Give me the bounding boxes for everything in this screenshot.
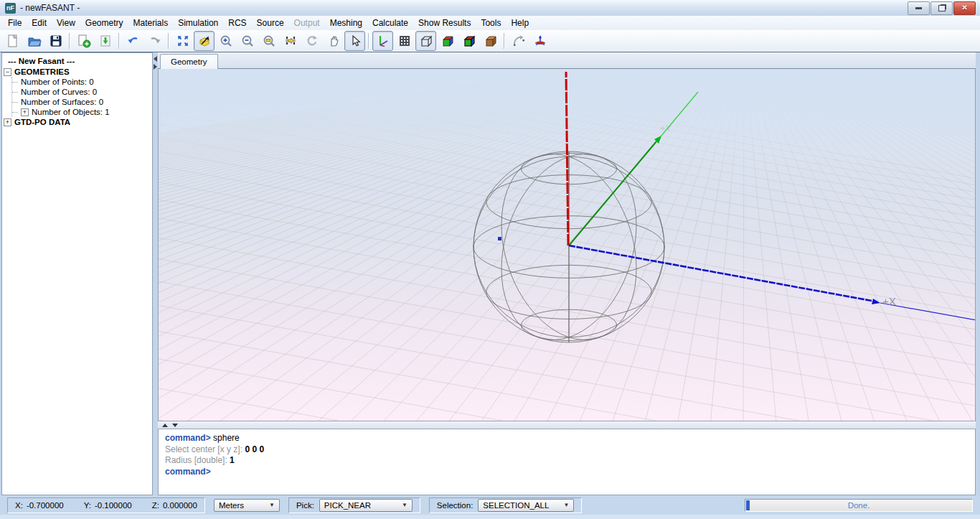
- menu-materials[interactable]: Materials: [128, 17, 174, 29]
- expand-toggle-icon[interactable]: +: [4, 118, 11, 126]
- progress-label: Done.: [848, 501, 870, 510]
- collapse-toggle-icon[interactable]: −: [4, 68, 11, 76]
- zoom-extents-button[interactable]: [194, 31, 215, 51]
- tree-connector: [12, 82, 18, 83]
- textured-view-icon: [484, 34, 498, 48]
- scene-layer: +X +Y: [159, 69, 975, 421]
- main-area: --- New Fasant --- − GEOMETRIES Number o…: [0, 52, 980, 495]
- chevron-down-icon: ▼: [402, 502, 407, 508]
- toolbar-separator: [69, 33, 70, 49]
- pick-select[interactable]: PICK_NEAR▼: [319, 499, 413, 512]
- grid-toggle-button[interactable]: [394, 31, 415, 51]
- axis-x-blue: [569, 246, 872, 301]
- save-button[interactable]: [45, 31, 66, 51]
- coord-z-value: 0.000000: [163, 501, 197, 510]
- expand-toggle-icon[interactable]: +: [21, 108, 29, 116]
- console-prompt-line[interactable]: command>: [165, 467, 969, 478]
- collapse-left-icon[interactable]: [154, 56, 157, 62]
- fit-view-button[interactable]: [172, 31, 193, 51]
- viewport-3d[interactable]: +X +Y: [158, 69, 976, 421]
- menu-tools[interactable]: Tools: [476, 17, 506, 29]
- menu-geometry[interactable]: Geometry: [80, 17, 128, 29]
- collapse-up-icon[interactable]: [162, 424, 168, 427]
- menu-meshing[interactable]: Meshing: [325, 17, 367, 29]
- restore-button[interactable]: [930, 1, 953, 15]
- axis-x-arrowhead: [872, 299, 880, 304]
- console-line: command> sphere: [165, 433, 969, 444]
- solid-view-button[interactable]: [458, 31, 479, 51]
- chevron-down-icon: ▼: [563, 502, 569, 508]
- menu-help[interactable]: Help: [506, 17, 534, 29]
- shaded-view-button[interactable]: [437, 31, 458, 51]
- window-bottom-border: [0, 515, 980, 519]
- menu-simulation[interactable]: Simulation: [173, 17, 223, 29]
- toolbar-separator: [168, 33, 169, 49]
- menu-view[interactable]: View: [52, 17, 80, 29]
- point-marker[interactable]: [498, 237, 501, 240]
- far-field-icon: [533, 34, 547, 48]
- tree-connector: [12, 112, 18, 113]
- zoom-in-button[interactable]: [215, 31, 236, 51]
- rotate-view-button[interactable]: [301, 31, 322, 51]
- menu-calculate[interactable]: Calculate: [367, 17, 413, 29]
- minimize-button[interactable]: [908, 1, 930, 15]
- coord-x-value: -0.700000: [27, 501, 64, 510]
- open-button[interactable]: [24, 31, 44, 51]
- coordinates-panel: X:-0.700000 Y:-0.100000 Z:0.000000: [7, 497, 205, 513]
- shaded-view-icon: [440, 34, 455, 48]
- restore-icon: [938, 5, 946, 11]
- tree-item-geometries[interactable]: − GEOMETRIES: [4, 67, 151, 77]
- redo-icon: [148, 34, 162, 48]
- axis-label-x: +X: [882, 295, 896, 307]
- rotate-object-icon: [512, 34, 526, 48]
- tree-item-gtd-po-data[interactable]: + GTD-PO DATA: [4, 117, 151, 127]
- zoom-out-button[interactable]: [237, 31, 258, 51]
- pan-button[interactable]: [323, 31, 344, 51]
- new-file-button[interactable]: [2, 31, 23, 51]
- wireframe-view-icon: [419, 34, 433, 48]
- units-select[interactable]: Meters▼: [214, 499, 280, 512]
- collapse-down-icon[interactable]: [172, 424, 178, 427]
- close-button[interactable]: ✕: [953, 1, 976, 15]
- import-button[interactable]: [95, 31, 116, 51]
- tree-item-curves[interactable]: Number of Curves: 0: [12, 87, 151, 97]
- vertical-splitter[interactable]: [153, 52, 158, 495]
- menu-bar: File Edit View Geometry Materials Simula…: [0, 16, 980, 30]
- textured-view-button[interactable]: [480, 31, 501, 51]
- tree-item-points[interactable]: Number of Points: 0: [12, 77, 151, 87]
- import-icon: [98, 34, 113, 48]
- axes-toggle-icon: [376, 34, 390, 48]
- undo-button[interactable]: [123, 31, 143, 51]
- tree-item-surfaces[interactable]: Number of Surfaces: 0: [12, 97, 151, 107]
- redo-button[interactable]: [144, 31, 165, 51]
- add-file-icon: [77, 34, 91, 48]
- menu-rcs[interactable]: RCS: [223, 17, 251, 29]
- menu-file[interactable]: File: [3, 17, 27, 29]
- collapse-right-icon[interactable]: [154, 64, 157, 70]
- add-file-button[interactable]: [73, 31, 94, 51]
- app-window: nF - newFASANT - ✕ File Edit View Geomet…: [0, 0, 980, 519]
- far-field-button[interactable]: [529, 31, 550, 51]
- wireframe-view-button[interactable]: [415, 31, 436, 51]
- zoom-window-button[interactable]: [258, 31, 279, 51]
- horizontal-splitter[interactable]: [158, 421, 976, 429]
- zoom-extents-icon: [197, 34, 212, 48]
- menu-show-results[interactable]: Show Results: [413, 17, 476, 29]
- move-view-button[interactable]: [280, 31, 301, 51]
- tab-geometry[interactable]: Geometry: [160, 54, 218, 69]
- toolbar-separator: [118, 33, 120, 49]
- command-console[interactable]: command> sphere Select center [x y z]: 0…: [158, 429, 976, 495]
- rotate-object-button[interactable]: [508, 31, 529, 51]
- undo-icon: [126, 34, 141, 48]
- tree-item-objects[interactable]: + Number of Objects: 1: [12, 107, 151, 117]
- selection-select[interactable]: SELECTION_ALL▼: [478, 499, 574, 512]
- coord-y-value: -0.100000: [95, 501, 132, 510]
- menu-edit[interactable]: Edit: [27, 17, 52, 29]
- menu-source[interactable]: Source: [252, 17, 289, 29]
- toolbar-separator: [504, 33, 505, 49]
- tree-connector: [12, 102, 18, 103]
- title-bar: nF - newFASANT - ✕: [0, 0, 980, 16]
- zoom-in-icon: [219, 34, 233, 48]
- axes-toggle-button[interactable]: [372, 31, 393, 51]
- select-button[interactable]: [344, 31, 365, 51]
